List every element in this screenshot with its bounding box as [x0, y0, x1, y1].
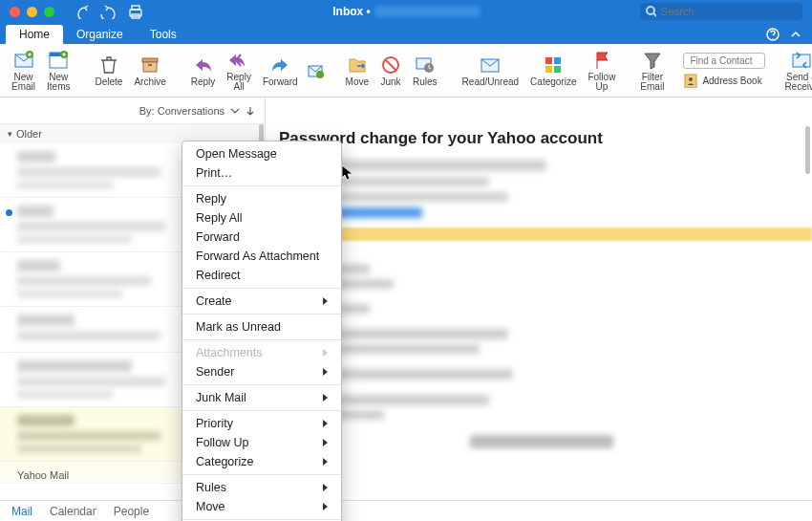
chevron-down-icon: ▾ [8, 129, 12, 139]
tab-home[interactable]: Home [6, 25, 63, 44]
svg-point-3 [647, 7, 654, 14]
new-items-button[interactable]: New Items [41, 48, 75, 94]
menu-reply[interactable]: Reply [182, 189, 341, 208]
svg-rect-25 [793, 54, 810, 67]
follow-up-button[interactable]: Follow Up [582, 48, 621, 94]
menu-reply-all[interactable]: Reply All [182, 208, 341, 228]
svg-rect-22 [554, 66, 561, 73]
view-mail[interactable]: Mail [11, 505, 32, 518]
send-receive-button[interactable]: Send & Receive [779, 48, 812, 94]
view-calendar[interactable]: Calendar [50, 505, 96, 518]
submenu-arrow-icon [323, 368, 328, 376]
svg-rect-19 [545, 57, 552, 64]
maximize-window-button[interactable] [44, 7, 54, 17]
menu-sender[interactable]: Sender [182, 362, 341, 381]
info-bar[interactable] [266, 228, 812, 241]
window-title: Inbox • [332, 5, 480, 18]
address-book-button[interactable]: Address Book [683, 73, 765, 88]
menu-mark-unread[interactable]: Mark as Unread [182, 317, 341, 336]
search-icon [646, 6, 656, 17]
categorize-icon [543, 54, 564, 76]
svg-rect-11 [143, 62, 157, 72]
search-box[interactable] [640, 3, 802, 20]
submenu-arrow-icon [323, 458, 328, 466]
menu-rules[interactable]: Rules [182, 478, 341, 497]
menu-move[interactable]: Move [182, 497, 341, 516]
submenu-arrow-icon [323, 439, 328, 446]
archive-icon [139, 54, 160, 76]
junk-icon [380, 54, 401, 76]
forward-icon [269, 54, 290, 76]
delete-button[interactable]: Delete [89, 53, 128, 89]
menu-forward[interactable]: Forward [182, 228, 341, 247]
window-titlebar: Inbox • [0, 0, 812, 23]
sort-bar: By: Conversations [0, 98, 266, 124]
menu-categorize[interactable]: Categorize [182, 452, 341, 471]
send-receive-icon [791, 50, 812, 71]
filter-email-button[interactable]: Filter Email [634, 48, 670, 94]
view-switcher: Mail Calendar People [0, 500, 812, 521]
undo-icon[interactable] [74, 4, 89, 19]
menu-priority[interactable]: Priority [182, 414, 341, 433]
search-input[interactable] [661, 6, 797, 17]
trash-icon [98, 54, 119, 76]
menu-redirect[interactable]: Redirect [182, 266, 341, 285]
sort-by-button[interactable]: By: Conversations [139, 105, 224, 117]
attachment-overflow-button[interactable] [304, 60, 327, 81]
menu-follow-up[interactable]: Follow Up [182, 433, 341, 452]
svg-rect-10 [142, 58, 158, 62]
menu-junk-mail[interactable]: Junk Mail [182, 388, 341, 407]
reply-icon [193, 54, 214, 76]
svg-point-14 [316, 71, 324, 78]
filter-icon [642, 50, 663, 71]
forward-button[interactable]: Forward [257, 53, 304, 89]
account-name-redacted [374, 6, 480, 17]
new-items-icon [48, 50, 69, 71]
new-email-button[interactable]: New Email [6, 48, 41, 94]
read-unread-button[interactable]: Read/Unread [457, 53, 524, 89]
menu-forward-attachment[interactable]: Forward As Attachment [182, 247, 341, 266]
collapse-ribbon-icon[interactable] [789, 28, 802, 41]
help-icon[interactable] [766, 28, 780, 41]
title-prefix: Inbox • [332, 5, 371, 18]
flag-icon [591, 50, 612, 71]
attachment-icon [307, 62, 324, 79]
minimize-window-button[interactable] [27, 7, 37, 17]
sender-link-redacted [336, 207, 422, 218]
archive-button[interactable]: Archive [128, 53, 171, 89]
close-window-button[interactable] [10, 7, 20, 17]
move-button[interactable]: Move [340, 53, 374, 89]
print-icon[interactable] [127, 4, 142, 19]
junk-button[interactable]: Junk [374, 53, 407, 89]
tab-tools[interactable]: Tools [137, 25, 190, 44]
mouse-cursor-icon [341, 164, 354, 182]
menu-create[interactable]: Create [182, 292, 341, 311]
context-menu: Open Message Print… Reply Reply All Forw… [182, 141, 342, 521]
menu-print[interactable]: Print… [182, 163, 341, 183]
svg-rect-1 [132, 6, 139, 10]
message-body-redacted [279, 252, 795, 448]
svg-rect-12 [148, 64, 152, 66]
message-subject: Password change for your Yahoo account [279, 124, 795, 148]
reply-all-button[interactable]: Reply All [221, 48, 257, 94]
submenu-arrow-icon [323, 349, 328, 357]
sort-direction-icon[interactable] [246, 106, 255, 116]
read-unread-icon [480, 54, 501, 76]
find-contact-input[interactable] [683, 53, 765, 69]
svg-rect-21 [545, 66, 552, 73]
tab-organize[interactable]: Organize [63, 25, 137, 44]
rules-button[interactable]: Rules [407, 53, 443, 89]
new-email-icon [13, 50, 34, 71]
redo-icon[interactable] [100, 4, 116, 19]
svg-point-24 [689, 77, 693, 81]
view-people[interactable]: People [114, 505, 149, 518]
reading-scrollbar[interactable] [805, 126, 810, 174]
submenu-arrow-icon [323, 297, 328, 305]
menu-attachments: Attachments [182, 343, 341, 362]
reply-button[interactable]: Reply [185, 53, 222, 89]
svg-rect-20 [554, 57, 561, 64]
submenu-arrow-icon [323, 420, 328, 427]
chevron-down-icon[interactable] [230, 106, 240, 116]
categorize-button[interactable]: Categorize [524, 53, 582, 89]
menu-open-message[interactable]: Open Message [182, 144, 341, 163]
